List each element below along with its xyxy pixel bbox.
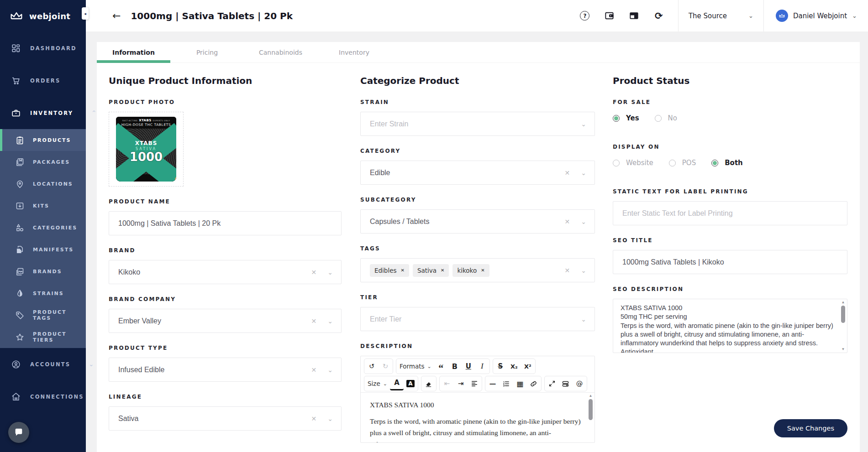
sidebar-item-orders[interactable]: ORDERS xyxy=(0,64,86,97)
user-menu[interactable]: Daniel Webjoint ⌄ xyxy=(764,0,868,31)
sidebar-item-product-tiers[interactable]: PRODUCT TIERS xyxy=(0,326,86,348)
scroll-up-icon[interactable]: ▲ xyxy=(589,394,593,398)
bold-button[interactable]: B xyxy=(448,359,462,373)
sidebar-item-locations[interactable]: LOCATIONS xyxy=(0,173,86,195)
subcategory-select[interactable]: Capsules / Tablets ✕ ⌄ xyxy=(360,209,595,234)
chevron-down-icon[interactable]: ⌄ xyxy=(327,415,333,422)
chevron-down-icon[interactable]: ⌄ xyxy=(327,317,333,325)
static-text-input[interactable]: Enter Static Text for Label Printing xyxy=(613,201,847,225)
chevron-down-icon[interactable]: ⌄ xyxy=(581,316,586,323)
chevron-down-icon[interactable]: ⌄ xyxy=(581,267,586,274)
tags-multiselect[interactable]: Edibles ✕ Sativa ✕ kikoko ✕ ✕ ⌄ xyxy=(360,258,595,282)
scroll-down-icon[interactable]: ▼ xyxy=(842,347,845,352)
clear-icon[interactable]: ✕ xyxy=(565,267,570,274)
scrollbar-thumb[interactable] xyxy=(589,399,593,420)
tab-information[interactable]: Information xyxy=(97,42,170,62)
size-dropdown[interactable]: Size ⌄ xyxy=(365,377,390,390)
scrollbar-thumb[interactable] xyxy=(841,306,845,323)
strain-select[interactable]: Enter Strain ⌄ xyxy=(360,112,595,136)
clear-icon[interactable]: ✕ xyxy=(311,415,317,422)
background-color-button[interactable]: A xyxy=(404,377,417,390)
ordered-list-button[interactable] xyxy=(500,377,513,390)
clear-icon[interactable]: ✕ xyxy=(311,366,317,374)
category-select[interactable]: Edible ✕ ⌄ xyxy=(360,161,595,185)
superscript-button[interactable]: X² xyxy=(521,359,535,373)
brand-company-select[interactable]: Ember Valley ✕ ⌄ xyxy=(109,309,342,333)
italic-button[interactable]: I xyxy=(475,359,489,373)
clear-icon[interactable]: ✕ xyxy=(565,169,570,177)
text-color-button[interactable]: A xyxy=(390,377,404,390)
save-changes-button[interactable]: Save Changes xyxy=(774,419,847,437)
sidebar-item-product-tags[interactable]: PRODUCT TAGS xyxy=(0,304,86,326)
seo-description-box[interactable]: XTABS SATIVA 1000 50mg THC per serving T… xyxy=(613,299,847,353)
undo-button[interactable]: ↺ xyxy=(365,359,379,373)
radio-for-sale-yes[interactable]: Yes xyxy=(613,114,639,122)
brand-name: webjoint xyxy=(29,11,70,21)
wallet-icon[interactable] xyxy=(604,10,615,21)
remove-tag-icon[interactable]: ✕ xyxy=(441,268,444,273)
strikethrough-button[interactable]: S xyxy=(494,359,507,373)
description-editor-content[interactable]: XTABS SATIVA 1000 Terps is the word, wit… xyxy=(361,392,594,442)
formats-dropdown[interactable]: Formats ⌄ xyxy=(397,359,434,373)
remove-tag-icon[interactable]: ✕ xyxy=(401,268,405,273)
sidebar-item-kits[interactable]: KITS xyxy=(0,195,86,217)
radio-display-website[interactable]: Website xyxy=(613,159,653,167)
remove-tag-icon[interactable]: ✕ xyxy=(481,268,484,273)
remove-format-eraser-button[interactable] xyxy=(422,377,436,390)
chevron-down-icon[interactable]: ⌄ xyxy=(327,366,333,374)
sidebar-item-brands[interactable]: BRANDS xyxy=(0,260,86,282)
fullscreen-button[interactable] xyxy=(545,377,559,390)
chevron-down-icon[interactable]: ⌄ xyxy=(581,120,586,128)
radio-for-sale-no[interactable]: No xyxy=(655,114,677,122)
tier-select[interactable]: Enter Tier ⌄ xyxy=(360,307,595,331)
cash-drawer-icon[interactable] xyxy=(629,10,640,21)
product-photo-dropzone[interactable]: FAST-ACTING XTABS EXPERTS ONLY HIGH-DOSE… xyxy=(109,112,184,187)
mention-search-button[interactable]: @ xyxy=(573,377,586,390)
horizontal-rule-button[interactable]: — xyxy=(486,377,500,390)
outdent-button[interactable]: ⇤ xyxy=(440,377,454,390)
underline-button[interactable]: U xyxy=(462,359,475,373)
tab-inventory[interactable]: Inventory xyxy=(317,42,391,62)
chat-launcher[interactable] xyxy=(8,422,29,443)
brand-logo[interactable]: webjoint xyxy=(0,0,86,32)
description-rich-text-editor: ↺ ↻ Formats ⌄ “ B U I xyxy=(360,356,595,443)
tab-cannabinoids[interactable]: Cannabinoids xyxy=(244,42,317,62)
tab-pricing[interactable]: Pricing xyxy=(170,42,244,62)
sidebar-item-packages[interactable]: PACKAGES xyxy=(0,151,86,173)
chevron-down-icon[interactable]: ⌄ xyxy=(581,169,586,177)
back-button[interactable]: ← xyxy=(112,10,121,21)
sidebar-item-inventory[interactable]: INVENTORY ⌃ xyxy=(0,97,86,129)
sidebar-item-dashboard[interactable]: DASHBOARD xyxy=(0,32,86,64)
sidebar-item-connections[interactable]: CONNECTIONS xyxy=(0,380,86,413)
sidebar-item-accounts[interactable]: ACCOUNTS ⌄ xyxy=(0,348,86,380)
refresh-icon[interactable]: ⟳ xyxy=(653,10,664,21)
sidebar-item-categories[interactable]: CATEGORIES xyxy=(0,217,86,239)
lineage-select[interactable]: Sativa ✕ ⌄ xyxy=(109,406,342,431)
product-name-input[interactable]: 1000mg | Sativa Tablets | 20 Pk xyxy=(109,211,342,235)
table-button[interactable]: ▦ xyxy=(513,377,527,390)
clear-icon[interactable]: ✕ xyxy=(311,317,317,325)
chevron-down-icon[interactable]: ⌄ xyxy=(581,218,586,225)
product-type-select[interactable]: Infused Edible ✕ ⌄ xyxy=(109,358,342,382)
sidebar-item-manifests[interactable]: MANIFESTS xyxy=(0,239,86,260)
help-icon[interactable]: ? xyxy=(579,10,590,21)
sidebar-item-products[interactable]: PRODUCTS xyxy=(0,129,86,151)
scroll-up-icon[interactable]: ▲ xyxy=(842,300,845,305)
radio-display-both[interactable]: Both xyxy=(711,159,743,167)
clear-icon[interactable]: ✕ xyxy=(311,269,317,276)
indent-button[interactable]: ⇥ xyxy=(454,377,468,390)
brand-select[interactable]: Kikoko ✕ ⌄ xyxy=(109,260,342,284)
clear-icon[interactable]: ✕ xyxy=(565,218,570,225)
sidebar-collapse-toggle[interactable]: ◂ xyxy=(82,7,89,20)
media-embed-button[interactable] xyxy=(559,377,573,390)
align-left-button[interactable] xyxy=(468,377,481,390)
chevron-down-icon[interactable]: ⌄ xyxy=(327,269,333,276)
redo-button[interactable]: ↻ xyxy=(379,359,392,373)
subscript-button[interactable]: X₂ xyxy=(507,359,521,373)
sidebar-item-strains[interactable]: STRAINS xyxy=(0,282,86,304)
location-selector[interactable]: The Source ⌄ xyxy=(679,0,763,31)
seo-title-input[interactable]: 1000mg Sativa Tablets | Kikoko xyxy=(613,250,847,274)
radio-display-pos[interactable]: POS xyxy=(669,159,696,167)
link-button[interactable] xyxy=(527,377,541,390)
blockquote-button[interactable]: “ xyxy=(434,359,448,373)
